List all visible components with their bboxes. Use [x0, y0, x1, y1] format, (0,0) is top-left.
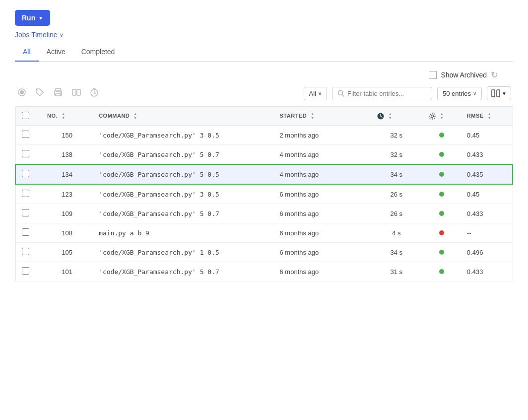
archive-row: Show Archived ↻: [15, 70, 513, 80]
row-started: 6 months ago: [274, 262, 371, 281]
row-rmse: 0.496: [461, 243, 513, 262]
row-no: 150: [41, 126, 93, 145]
sort-arrows-duration: ▲▼: [388, 112, 392, 120]
svg-rect-5: [56, 93, 61, 96]
tab-completed[interactable]: Completed: [73, 43, 123, 62]
search-input[interactable]: [347, 90, 427, 97]
record-icon-button[interactable]: [17, 87, 27, 100]
all-dropdown-chevron-icon: ∨: [318, 91, 322, 96]
jobs-timeline-link[interactable]: Jobs Timeline ∨: [15, 31, 513, 39]
row-checkbox-cell: [15, 126, 41, 145]
row-select-checkbox[interactable]: [22, 248, 29, 255]
row-duration: 34 s: [371, 164, 422, 184]
table-row: 108 main.py a b 9 6 months ago 4 s --: [15, 223, 513, 243]
search-icon: [337, 90, 344, 97]
row-command: 'code/XGB_Paramsearch.py' 5 0.7: [93, 262, 273, 281]
run-label: Run: [22, 14, 35, 22]
row-checkbox-cell: [15, 262, 41, 281]
tab-active[interactable]: Active: [39, 43, 73, 62]
refresh-icon[interactable]: ↻: [491, 70, 498, 80]
row-status: [422, 145, 461, 165]
row-checkbox-cell: [15, 243, 41, 262]
svg-rect-8: [77, 89, 80, 95]
svg-point-1: [20, 90, 24, 94]
table-row: 105 'code/XGB_Paramsearch.py' 1 0.5 6 mo…: [15, 243, 513, 262]
row-select-checkbox[interactable]: [22, 209, 29, 216]
row-checkbox-cell: [15, 145, 41, 165]
row-duration: 26 s: [371, 184, 422, 204]
row-started: 4 months ago: [274, 145, 371, 165]
row-rmse: --: [461, 223, 513, 243]
row-checkbox-cell: [15, 184, 41, 204]
tab-all[interactable]: All: [15, 43, 39, 62]
row-rmse: 0.45: [461, 184, 513, 204]
row-status: [422, 204, 461, 223]
entries-chevron-icon: ∨: [473, 91, 476, 96]
filter-bar: All ∨ 50 entries ∨ ▼: [15, 86, 513, 100]
run-chevron-icon: ▼: [38, 15, 43, 21]
all-dropdown[interactable]: All ∨: [304, 87, 327, 100]
row-select-checkbox[interactable]: [22, 267, 29, 275]
header-status[interactable]: ▲▼: [422, 107, 461, 126]
jobs-table: NO. ▲▼ COMMAND ▲▼ STARTED ▲▼: [15, 106, 513, 281]
row-status: [422, 223, 461, 243]
table-header-row: NO. ▲▼ COMMAND ▲▼ STARTED ▲▼: [15, 107, 513, 126]
clock-icon: [377, 112, 385, 120]
table-row: 138 'code/XGB_Paramsearch.py' 5 0.7 4 mo…: [15, 145, 513, 165]
entries-label: 50 entries: [443, 90, 471, 97]
row-command: 'code/XGB_Paramsearch.py' 5 0.7: [93, 204, 273, 223]
sort-arrows-command: ▲▼: [133, 112, 137, 120]
row-duration: 4 s: [371, 223, 422, 243]
row-started: 2 months ago: [274, 126, 371, 145]
columns-icon-button[interactable]: [71, 87, 81, 100]
row-rmse: 0.433: [461, 145, 513, 165]
row-duration: 32 s: [371, 126, 422, 145]
row-command: 'code/XGB_Paramsearch.py' 5 0.5: [93, 164, 273, 184]
row-select-checkbox[interactable]: [22, 170, 29, 177]
sort-arrows-rmse: ▲▼: [487, 112, 491, 120]
tag-icon-button[interactable]: [35, 87, 45, 100]
status-dot: [439, 192, 444, 197]
row-select-checkbox[interactable]: [22, 150, 29, 157]
header-started[interactable]: STARTED ▲▼: [274, 107, 371, 126]
row-no: 138: [41, 145, 93, 165]
row-select-checkbox[interactable]: [22, 131, 29, 138]
header-no[interactable]: NO. ▲▼: [41, 107, 93, 126]
filter-right-group: All ∨ 50 entries ∨ ▼: [304, 86, 511, 100]
row-command: 'code/XGB_Paramsearch.py' 3 0.5: [93, 126, 273, 145]
row-rmse: 0.435: [461, 164, 513, 184]
sort-arrows-status: ▲▼: [440, 112, 444, 120]
row-checkbox-cell: [15, 223, 41, 243]
search-box[interactable]: [332, 87, 432, 100]
row-checkbox-cell: [15, 164, 41, 184]
row-started: 6 months ago: [274, 243, 371, 262]
row-no: 109: [41, 204, 93, 223]
row-status: [422, 243, 461, 262]
header-command[interactable]: COMMAND ▲▼: [93, 107, 273, 126]
row-status: [422, 164, 461, 184]
sort-arrows-started: ▲▼: [311, 112, 315, 120]
status-dot: [439, 152, 444, 157]
row-status: [422, 126, 461, 145]
row-duration: 34 s: [371, 243, 422, 262]
row-select-checkbox[interactable]: [22, 228, 29, 236]
row-started: 4 months ago: [274, 164, 371, 184]
svg-point-6: [60, 92, 61, 93]
columns-toggle-button[interactable]: ▼: [487, 86, 511, 100]
status-dot: [439, 230, 444, 235]
row-started: 6 months ago: [274, 184, 371, 204]
timer-icon-button[interactable]: [89, 87, 99, 100]
row-checkbox-cell: [15, 204, 41, 223]
row-select-checkbox[interactable]: [22, 190, 29, 197]
run-button[interactable]: Run ▼: [15, 10, 50, 26]
row-duration: 32 s: [371, 145, 422, 165]
row-started: 6 months ago: [274, 204, 371, 223]
entries-dropdown[interactable]: 50 entries ∨: [437, 87, 482, 100]
print-icon-button[interactable]: [53, 87, 64, 100]
table-row: 101 'code/XGB_Paramsearch.py' 5 0.7 6 mo…: [15, 262, 513, 281]
header-rmse[interactable]: RMSE ▲▼: [461, 107, 513, 126]
select-all-checkbox[interactable]: [22, 112, 29, 119]
show-archived-checkbox[interactable]: [429, 71, 437, 79]
row-duration: 31 s: [371, 262, 422, 281]
header-duration[interactable]: ▲▼: [371, 107, 422, 126]
